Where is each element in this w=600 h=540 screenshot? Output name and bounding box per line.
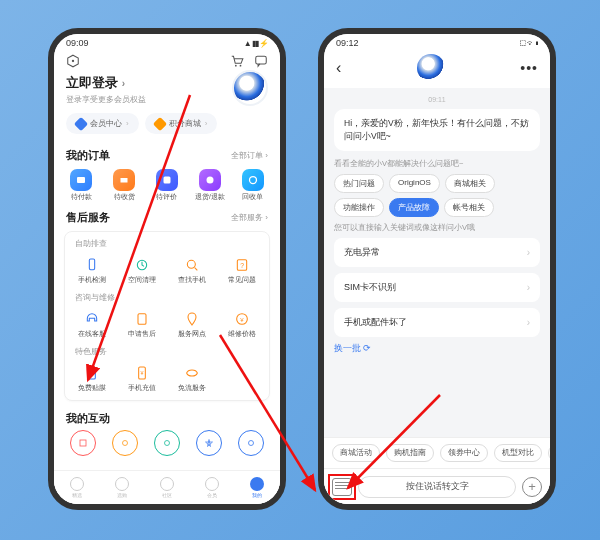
bchip-compare[interactable]: 机型对比 xyxy=(494,444,542,462)
svg-rect-18 xyxy=(89,367,96,379)
status-bar: 09:09 ▲ ▮▮ ⚡ xyxy=(54,34,280,52)
q-sim[interactable]: SIM卡不识别› xyxy=(334,273,540,302)
tab-featured[interactable]: 精选 xyxy=(70,477,84,498)
svg-point-22 xyxy=(123,441,128,446)
order-refund[interactable]: 退货/退款 xyxy=(188,169,231,202)
status-time: 09:09 xyxy=(66,38,89,48)
svc-space-clean[interactable]: 空间清理 xyxy=(117,253,167,288)
tab-member[interactable]: 会员 xyxy=(205,477,219,498)
svg-marker-24 xyxy=(206,440,213,447)
svg-point-3 xyxy=(240,65,242,67)
qlist-heading: 您可以直接输入关键词或像这样问小V哦 xyxy=(334,223,540,233)
chip-row: 热门问题 OriginOS 商城相关 功能操作 产品故障 帐号相关 xyxy=(334,174,540,217)
pill-member[interactable]: 会员中心› xyxy=(66,113,139,134)
svg-text:?: ? xyxy=(240,262,244,269)
status-time: 09:12 xyxy=(336,38,359,48)
order-row: 待付款 待收货 待评价 退货/退款 回收单 xyxy=(54,165,280,204)
bchip-more[interactable]: 以 xyxy=(548,444,550,462)
interact-row xyxy=(54,428,280,458)
tab-mine[interactable]: 我的 xyxy=(250,477,264,498)
svg-rect-21 xyxy=(80,440,86,446)
svc-find-phone[interactable]: 查找手机 xyxy=(167,253,217,288)
bchip-activity[interactable]: 商城活动 xyxy=(332,444,380,462)
svg-rect-4 xyxy=(256,56,267,64)
chevron-right-icon: › xyxy=(527,247,530,258)
settings-hex-icon[interactable] xyxy=(66,54,80,68)
bchip-coupon[interactable]: 领券中心 xyxy=(440,444,488,462)
chip-hot[interactable]: 热门问题 xyxy=(334,174,384,193)
svg-point-1 xyxy=(72,60,74,62)
chevron-right-icon: › xyxy=(527,317,530,328)
diamond-icon xyxy=(74,116,88,130)
more-icon[interactable]: ••• xyxy=(520,60,538,76)
svc-service-points[interactable]: 服务网点 xyxy=(167,307,217,342)
svg-point-25 xyxy=(249,441,254,446)
svg-point-23 xyxy=(165,441,170,446)
q-charge[interactable]: 充电异常› xyxy=(334,238,540,267)
order-recycle[interactable]: 回收单 xyxy=(231,169,274,202)
chip-function[interactable]: 功能操作 xyxy=(334,198,384,217)
svg-point-8 xyxy=(206,177,213,184)
cart-icon[interactable] xyxy=(230,54,244,68)
svg-point-12 xyxy=(187,260,195,268)
chat-header: ‹ ••• xyxy=(324,52,550,88)
bchip-guide[interactable]: 购机指南 xyxy=(386,444,434,462)
phone-right: 09:12 ⬚ ᯤ ▮ ‹ ••• 09:11 Hi，亲爱的V粉，新年快乐！有什… xyxy=(318,28,556,510)
svc-online-support[interactable]: 在线客服 xyxy=(67,307,117,342)
bot-avatar[interactable] xyxy=(417,54,445,82)
chips-heading: 看看全能的小V都能解决什么问题吧~ xyxy=(334,159,540,169)
svc-free-flow[interactable]: 免流服务 xyxy=(167,361,217,396)
tab-shop[interactable]: 选购 xyxy=(115,477,129,498)
chip-mall[interactable]: 商城相关 xyxy=(445,174,495,193)
chip-originos[interactable]: OriginOS xyxy=(389,174,440,193)
status-icons: ⬚ ᯤ ▮ xyxy=(519,39,538,48)
int-5[interactable] xyxy=(238,430,264,456)
svc-recharge[interactable]: ¥手机充值 xyxy=(117,361,167,396)
svg-rect-10 xyxy=(89,259,94,270)
refresh-batch[interactable]: 换一批 ⟳ xyxy=(334,343,540,355)
greeting-bubble: Hi，亲爱的V粉，新年快乐！有什么问题，不妨问问小V吧~ xyxy=(334,109,540,151)
svg-text:¥: ¥ xyxy=(240,317,244,323)
svc-free-film[interactable]: 免费贴膜 xyxy=(67,361,117,396)
back-icon[interactable]: ‹ xyxy=(336,59,341,77)
avatar[interactable] xyxy=(232,70,268,106)
int-1[interactable] xyxy=(70,430,96,456)
chat-body: 09:11 Hi，亲爱的V粉，新年快乐！有什么问题，不妨问问小V吧~ 看看全能的… xyxy=(324,88,550,466)
svc-phone-check[interactable]: 手机检测 xyxy=(67,253,117,288)
svg-rect-15 xyxy=(138,314,146,325)
login-section[interactable]: 立即登录 › 登录享受更多会员权益 xyxy=(54,74,280,113)
orders-all[interactable]: 全部订单 › xyxy=(231,150,268,161)
order-pending-receive[interactable]: 待收货 xyxy=(103,169,146,202)
tab-community[interactable]: 社区 xyxy=(160,477,174,498)
input-bar: 按住说话转文字 + xyxy=(324,468,550,504)
int-3[interactable] xyxy=(154,430,180,456)
pill-points[interactable]: 积分商城› xyxy=(145,113,218,134)
interact-header: 我的互动 xyxy=(54,405,280,428)
service-all[interactable]: 全部服务 › xyxy=(231,212,268,223)
phone-left: 09:09 ▲ ▮▮ ⚡ 立即登录 › 登录享受更多会员权益 会员中心› 积分商… xyxy=(48,28,286,510)
voice-input[interactable]: 按住说话转文字 xyxy=(358,476,516,498)
tabbar: 精选 选购 社区 会员 我的 xyxy=(54,470,280,504)
svc-repair-price[interactable]: ¥维修价格 xyxy=(217,307,267,342)
orders-header: 我的订单 全部订单 › xyxy=(54,142,280,165)
service-header: 售后服务 全部服务 › xyxy=(54,204,280,227)
int-4[interactable] xyxy=(196,430,222,456)
q-broken[interactable]: 手机或配件坏了› xyxy=(334,308,540,337)
bottom-chips: 商城活动 购机指南 领券中心 机型对比 以 xyxy=(324,437,550,468)
svc-apply-service[interactable]: 申请售后 xyxy=(117,307,167,342)
int-2[interactable] xyxy=(112,430,138,456)
svc-faq[interactable]: ?常见问题 xyxy=(217,253,267,288)
chat-icon[interactable] xyxy=(254,54,268,68)
plus-icon[interactable]: + xyxy=(522,477,542,497)
chip-fault[interactable]: 产品故障 xyxy=(389,198,439,217)
svg-rect-5 xyxy=(77,177,85,183)
login-title: 立即登录 xyxy=(66,75,118,90)
status-icons: ▲ ▮▮ ⚡ xyxy=(244,39,268,48)
chip-account[interactable]: 帐号相关 xyxy=(444,198,494,217)
order-pending-review[interactable]: 待评价 xyxy=(146,169,189,202)
order-pending-pay[interactable]: 待付款 xyxy=(60,169,103,202)
svg-rect-7 xyxy=(163,177,170,184)
diamond-icon xyxy=(153,116,167,130)
svg-point-2 xyxy=(235,65,237,67)
status-bar: 09:12 ⬚ ᯤ ▮ xyxy=(324,34,550,52)
